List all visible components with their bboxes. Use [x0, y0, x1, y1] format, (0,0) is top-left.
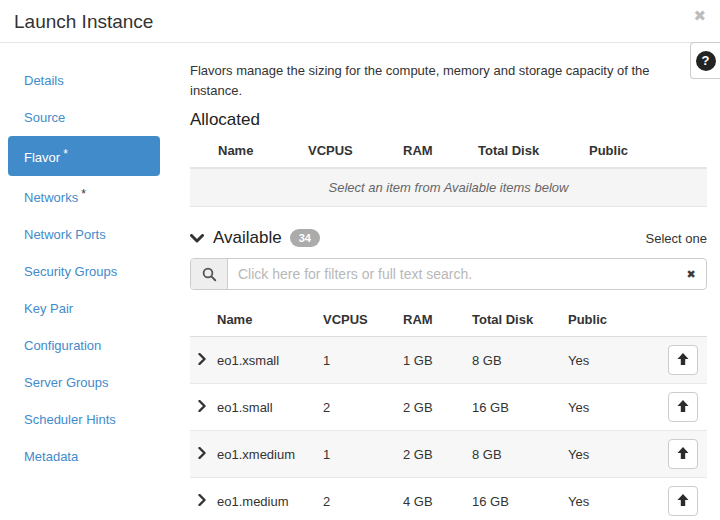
- arrow-up-icon: [677, 400, 689, 415]
- sidebar-item-label: Key Pair: [24, 301, 73, 316]
- flavor-public: Yes: [562, 478, 655, 520]
- sidebar-item-flavor[interactable]: Flavor*: [8, 136, 160, 176]
- flavor-row-eo1-xsmall[interactable]: eo1.xsmall 1 1 GB 8 GB Yes: [190, 337, 707, 384]
- chevron-right-icon[interactable]: [198, 494, 206, 506]
- flavor-row-eo1-xmedium[interactable]: eo1.xmedium 1 2 GB 8 GB Yes: [190, 431, 707, 478]
- arrow-up-icon: [677, 447, 689, 462]
- chevron-right-icon[interactable]: [198, 447, 206, 459]
- available-heading: Available: [213, 228, 282, 248]
- arrow-up-icon: [677, 353, 689, 368]
- flavor-public: Yes: [562, 384, 655, 431]
- sidebar-item-label: Scheduler Hints: [24, 412, 116, 427]
- flavor-row-eo1-small[interactable]: eo1.small 2 2 GB 16 GB Yes: [190, 384, 707, 431]
- flavor-vcpus: 1: [317, 431, 397, 478]
- help-button[interactable]: ?: [690, 42, 720, 79]
- required-asterisk: *: [63, 147, 68, 161]
- allocated-empty-message: Select an item from Available items belo…: [190, 168, 707, 207]
- sidebar-item-label: Networks: [24, 190, 78, 205]
- column-header-vcpus: VCPUS: [317, 303, 397, 337]
- sidebar-item-label: Network Ports: [24, 227, 106, 242]
- sidebar-item-networks[interactable]: Networks*: [0, 176, 190, 216]
- page-title: Launch Instance: [14, 10, 706, 33]
- flavor-name: eo1.xmedium: [211, 431, 317, 478]
- dialog-header: Launch Instance ✖: [0, 0, 720, 43]
- flavor-name: eo1.xsmall: [211, 337, 317, 384]
- sidebar-item-label: Source: [24, 110, 65, 125]
- allocated-header-row: Name VCPUS RAM Total Disk Public: [190, 134, 707, 168]
- available-table: Name VCPUS RAM Total Disk Public eo1.xsm…: [190, 303, 707, 520]
- flavor-total-disk: 16 GB: [466, 478, 562, 520]
- select-one-hint: Select one: [646, 231, 707, 246]
- clear-icon[interactable]: ✖: [676, 259, 706, 289]
- available-count-badge: 34: [290, 229, 320, 247]
- flavor-total-disk: 8 GB: [466, 337, 562, 384]
- flavor-step-content: Flavors manage the sizing for the comput…: [190, 43, 720, 520]
- search-input[interactable]: [228, 259, 676, 289]
- sidebar-item-key-pair[interactable]: Key Pair: [0, 290, 190, 327]
- flavor-vcpus: 2: [317, 384, 397, 431]
- sidebar-item-configuration[interactable]: Configuration: [0, 327, 190, 364]
- flavor-ram: 2 GB: [397, 431, 466, 478]
- sidebar-item-label: Flavor: [24, 150, 60, 165]
- wizard-sidebar: Details Source Flavor* Networks* Network…: [0, 43, 190, 520]
- chevron-down-icon[interactable]: [190, 234, 204, 243]
- sidebar-item-security-groups[interactable]: Security Groups: [0, 253, 190, 290]
- available-section-header: Available 34 Select one: [190, 228, 707, 248]
- column-header-vcpus: VCPUS: [302, 134, 397, 168]
- sidebar-item-scheduler-hints[interactable]: Scheduler Hints: [0, 401, 190, 438]
- allocate-flavor-button[interactable]: [668, 486, 698, 516]
- allocate-flavor-button[interactable]: [668, 439, 698, 469]
- filter-search-bar: ✖: [190, 258, 707, 290]
- sidebar-item-details[interactable]: Details: [0, 62, 190, 99]
- chevron-right-icon[interactable]: [198, 400, 206, 412]
- sidebar-item-label: Security Groups: [24, 264, 117, 279]
- step-description: Flavors manage the sizing for the comput…: [190, 61, 677, 100]
- flavor-row-eo1-medium[interactable]: eo1.medium 2 4 GB 16 GB Yes: [190, 478, 707, 520]
- flavor-name: eo1.small: [211, 384, 317, 431]
- required-asterisk: *: [81, 187, 86, 201]
- sidebar-item-metadata[interactable]: Metadata: [0, 438, 190, 475]
- arrow-up-icon: [677, 494, 689, 509]
- flavor-vcpus: 2: [317, 478, 397, 520]
- flavor-public: Yes: [562, 337, 655, 384]
- column-header-public: Public: [583, 134, 693, 168]
- column-header-name: Name: [190, 134, 302, 168]
- column-header-name: Name: [211, 303, 317, 337]
- help-icon: ?: [696, 51, 716, 71]
- column-header-expand: [190, 303, 211, 337]
- close-icon[interactable]: ✖: [693, 7, 706, 25]
- sidebar-item-source[interactable]: Source: [0, 99, 190, 136]
- search-icon[interactable]: [191, 259, 228, 289]
- flavor-total-disk: 16 GB: [466, 384, 562, 431]
- flavor-public: Yes: [562, 431, 655, 478]
- sidebar-item-label: Details: [24, 73, 64, 88]
- sidebar-item-label: Configuration: [24, 338, 101, 353]
- sidebar-item-label: Server Groups: [24, 375, 109, 390]
- flavor-vcpus: 1: [317, 337, 397, 384]
- flavor-total-disk: 8 GB: [466, 431, 562, 478]
- allocated-empty-row: Select an item from Available items belo…: [190, 168, 707, 207]
- column-header-ram: RAM: [397, 303, 466, 337]
- flavor-ram: 4 GB: [397, 478, 466, 520]
- column-header-public: Public: [562, 303, 655, 337]
- column-header-ram: RAM: [397, 134, 472, 168]
- column-header-actions: [693, 134, 707, 168]
- allocated-table: Name VCPUS RAM Total Disk Public Select …: [190, 134, 707, 207]
- allocated-heading: Allocated: [190, 110, 707, 130]
- sidebar-item-label: Metadata: [24, 449, 78, 464]
- chevron-right-icon[interactable]: [198, 353, 206, 365]
- column-header-total-disk: Total Disk: [466, 303, 562, 337]
- sidebar-item-server-groups[interactable]: Server Groups: [0, 364, 190, 401]
- flavor-ram: 1 GB: [397, 337, 466, 384]
- available-header-row: Name VCPUS RAM Total Disk Public: [190, 303, 707, 337]
- sidebar-item-network-ports[interactable]: Network Ports: [0, 216, 190, 253]
- flavor-name: eo1.medium: [211, 478, 317, 520]
- allocate-flavor-button[interactable]: [668, 345, 698, 375]
- allocate-flavor-button[interactable]: [668, 392, 698, 422]
- flavor-ram: 2 GB: [397, 384, 466, 431]
- column-header-actions: [655, 303, 707, 337]
- column-header-total-disk: Total Disk: [472, 134, 583, 168]
